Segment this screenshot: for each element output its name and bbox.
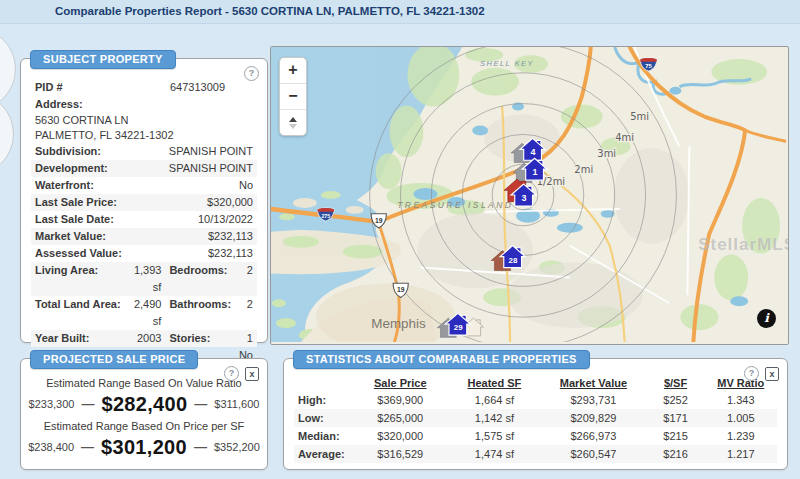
table-row: High: $369,900 1,664 sf $293,731 $252 1.…	[294, 391, 777, 409]
row-label: Subdivision:	[35, 143, 101, 160]
subject-property-panel: SUBJECT PROPERTY ? PID # 647313009 Addre…	[20, 58, 268, 343]
cell: $293,731	[540, 391, 646, 409]
map-info-button[interactable]: i	[757, 309, 776, 328]
cell: $369,900	[352, 391, 449, 409]
row-label: High:	[294, 391, 352, 409]
tilt-button[interactable]	[280, 110, 306, 135]
side-panel-handle[interactable]	[0, 27, 16, 111]
help-icon[interactable]: ?	[224, 366, 239, 381]
projected-sale-price-header: PROJECTED SALE PRICE	[30, 350, 198, 369]
cell: $216	[647, 445, 705, 463]
detail-row: Last Sale Price: $320,000	[31, 194, 257, 211]
cell: 1.217	[705, 445, 777, 463]
title-bar: Comparable Properties Report - 5630 CORT…	[0, 0, 800, 24]
row-value: 1,393 sf	[127, 262, 162, 296]
statistics-table: Sale Price Heated SF Market Value $/SF M…	[294, 375, 777, 463]
cell: $320,000	[352, 427, 449, 445]
price-per-sf-range: $238,400 — $301,200 — $352,200	[27, 434, 261, 460]
row-value: SPANISH POINT	[169, 143, 253, 160]
pond	[669, 87, 681, 95]
table-row: Median: $320,000 1,575 sf $266,973 $215 …	[294, 427, 777, 445]
statistics-header: STATISTICS ABOUT COMPARABLE PROPERTIES	[293, 350, 590, 369]
row-label: Year Built:	[35, 330, 127, 347]
row-label: Bathrooms:	[161, 296, 222, 330]
pid-row: PID # 647313009	[31, 79, 257, 96]
triangle-down-icon	[289, 124, 297, 129]
row-value: $320,000	[207, 194, 253, 211]
row-value: $232,113	[208, 228, 253, 245]
row-label: Average:	[294, 445, 352, 463]
svg-text:29: 29	[454, 323, 463, 332]
svg-text:1: 1	[532, 167, 537, 177]
zoom-in-button[interactable]: +	[280, 58, 306, 84]
detail-row: Last Sale Date: 10/13/2022	[31, 211, 257, 228]
dash: —	[81, 434, 94, 460]
treasure-island-label: TREASURE ISLAND	[397, 200, 513, 210]
row-label: Living Area:	[35, 262, 127, 296]
triangle-up-icon	[289, 117, 297, 122]
cell: $209,829	[540, 409, 646, 427]
address-line-2: PALMETTO, FL 34221-1302	[31, 128, 257, 143]
cell: $266,973	[540, 427, 646, 445]
cell: 1,142 sf	[449, 409, 541, 427]
cell: 1.005	[705, 409, 777, 427]
row-value: 10/13/2022	[198, 211, 253, 228]
statistics-body: Sale Price Heated SF Market Value $/SF M…	[284, 359, 787, 463]
ring-label-4mi: 4mi	[615, 132, 634, 143]
comparable-properties-report: Comparable Properties Report - 5630 CORT…	[0, 0, 800, 479]
col-market-value: Market Value	[540, 375, 646, 391]
row-label: Development:	[35, 160, 108, 177]
pid-label: PID #	[35, 79, 63, 96]
svg-text:28: 28	[509, 256, 518, 265]
sand-area	[316, 283, 455, 342]
address-label: Address:	[35, 96, 83, 113]
projected-sale-price-panel: PROJECTED SALE PRICE ? x Estimated Range…	[20, 358, 268, 470]
svg-text:3: 3	[522, 193, 527, 203]
comparables-map[interactable]: 5mi 4mi 3mi 2mi 1/2mi SHELL KEY TREASURE…	[270, 46, 789, 345]
help-icon[interactable]: ?	[744, 366, 759, 381]
svg-text:275: 275	[321, 213, 330, 219]
ring-label-5mi: 5mi	[630, 112, 649, 123]
col-sale-price: Sale Price	[352, 375, 449, 391]
row-label: Last Sale Date:	[35, 211, 114, 228]
statistics-panel: STATISTICS ABOUT COMPARABLE PROPERTIES ?…	[283, 358, 788, 470]
ring-label-3mi: 3mi	[597, 148, 616, 159]
detail-dual-row: Year Built: 2003 Stories: 1	[31, 330, 257, 347]
cell: $260,547	[540, 445, 646, 463]
cell: $265,000	[352, 409, 449, 427]
row-label: Total Land Area:	[35, 296, 127, 330]
stellar-mls-watermark: StellarMLS	[698, 235, 789, 255]
detail-row: Assessed Value: $232,113	[31, 245, 257, 262]
row-label: Low:	[294, 409, 352, 427]
row-value: 2003	[127, 330, 162, 347]
map-canvas: 5mi 4mi 3mi 2mi 1/2mi SHELL KEY TREASURE…	[271, 47, 786, 342]
empty-header	[294, 375, 352, 391]
col-price-per-sf: $/SF	[647, 375, 705, 391]
row-label: Market Value:	[35, 228, 106, 245]
cell: 1,664 sf	[449, 391, 541, 409]
row-value: $232,113	[208, 245, 253, 262]
subject-property-details: PID # 647313009 Address: 5630 CORTINA LN…	[21, 59, 267, 370]
zoom-out-button[interactable]: −	[280, 84, 306, 110]
value-ratio-range: $233,300 — $282,400 — $311,600	[27, 391, 261, 417]
cell: 1,575 sf	[449, 427, 541, 445]
row-label: Waterfront:	[35, 177, 94, 194]
row-value: 2,490 sf	[127, 296, 162, 330]
svg-text:75: 75	[645, 63, 652, 69]
range-high: $311,600	[214, 391, 259, 417]
detail-row: Market Value: $232,113	[31, 228, 257, 245]
col-heated-sf: Heated SF	[449, 375, 541, 391]
svg-text:19: 19	[397, 286, 405, 293]
side-panel-handle-2[interactable]	[0, 92, 14, 176]
range-mid: $301,200	[101, 434, 187, 460]
shell-key-label: SHELL KEY	[480, 59, 534, 68]
address-line-1: 5630 CORTINA LN	[31, 113, 257, 128]
cell: 1,474 sf	[449, 445, 541, 463]
close-icon[interactable]: x	[765, 367, 779, 381]
close-icon[interactable]: x	[245, 367, 259, 381]
price-per-sf-caption: Estimated Range Based On Price per SF	[27, 419, 261, 434]
help-icon[interactable]: ?	[244, 66, 259, 81]
row-label: Median:	[294, 427, 352, 445]
memphis-label: Memphis	[371, 316, 426, 331]
ring-label-2mi: 2mi	[574, 164, 593, 175]
